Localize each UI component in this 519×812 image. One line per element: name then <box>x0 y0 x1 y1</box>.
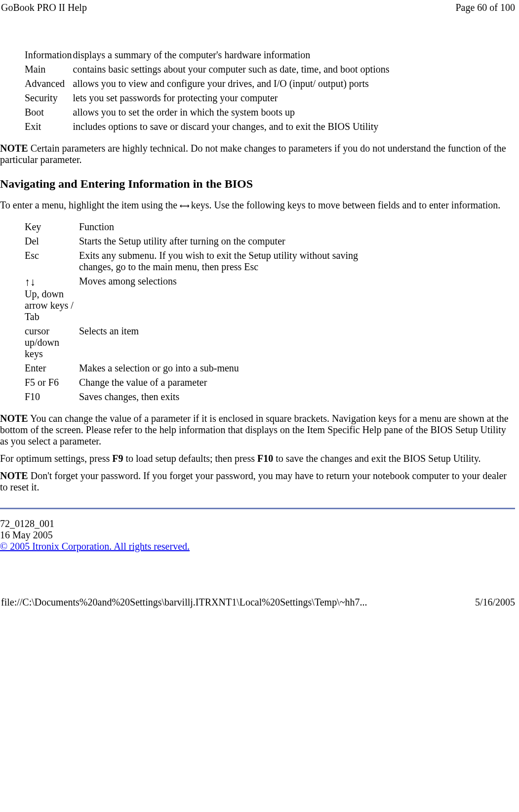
table-row: Information displays a summary of the co… <box>25 48 391 62</box>
table-row: Advanced allows you to view and configur… <box>25 77 391 91</box>
file-path: file://C:\Documents%20and%20Settings\bar… <box>1 597 367 608</box>
note-technical: NOTE Certain parameters are highly techn… <box>0 143 515 165</box>
table-row: Security lets you set passwords for prot… <box>25 91 391 105</box>
table-row: Main contains basic settings about your … <box>25 62 391 77</box>
nav-para-before: To enter a menu, highlight the item usin… <box>0 200 177 210</box>
note-text: Certain parameters are highly technical.… <box>0 143 506 165</box>
f9-key: F9 <box>112 453 123 464</box>
optimum-p2: to load setup defaults; then press <box>123 453 257 464</box>
keys-function-table: Key Function Del Starts the Setup utilit… <box>25 220 380 404</box>
footer-date: 5/16/2005 <box>475 597 515 608</box>
f10-key: F10 <box>257 453 273 464</box>
note-text: Don't forget your password. If you forge… <box>0 470 507 492</box>
content-area: Information displays a summary of the co… <box>0 13 519 552</box>
horizontal-rule <box>0 508 515 509</box>
bios-menu-table: Information displays a summary of the co… <box>25 48 391 134</box>
menu-label: Exit <box>25 120 73 134</box>
menu-label: Information <box>25 48 73 62</box>
doc-date: 16 May 2005 <box>0 529 515 541</box>
func-cell: Selects an item <box>79 324 380 361</box>
optimum-settings-para: For optimum settings, press F9 to load s… <box>0 453 515 464</box>
table-row: Esc Exits any submenu. If you wish to ex… <box>25 248 380 274</box>
menu-label: Security <box>25 91 73 105</box>
nav-paragraph: To enter a menu, highlight the item usin… <box>0 200 515 211</box>
note-password: NOTE Don't forget your password. If you … <box>0 470 515 493</box>
header-title: GoBook PRO II Help <box>1 2 87 13</box>
optimum-p3: to save the changes and exit the BIOS Se… <box>273 453 480 464</box>
note-navigation: NOTE You can change the value of a param… <box>0 413 515 447</box>
menu-desc: displays a summary of the computer's har… <box>73 48 391 62</box>
table-row: Enter Makes a selection or go into a sub… <box>25 361 380 375</box>
table-header-row: Key Function <box>25 220 380 234</box>
key-cell: F10 <box>25 390 79 404</box>
optimum-p1: For optimum settings, press <box>0 453 112 464</box>
page-header: GoBook PRO II Help Page 60 of 100 <box>0 0 519 13</box>
table-row: Del Starts the Setup utility after turni… <box>25 234 380 248</box>
menu-label: Main <box>25 62 73 77</box>
note-label: NOTE <box>0 143 28 154</box>
nav-para-after: keys. Use the following keys to move bet… <box>191 200 501 210</box>
menu-desc: contains basic settings about your compu… <box>73 62 391 77</box>
note-label: NOTE <box>0 413 28 424</box>
document-footer-meta: 72_0128_001 16 May 2005 © 2005 Itronix C… <box>0 518 515 552</box>
key-cell: cursor up/down keys <box>25 324 79 361</box>
func-cell: Moves among selections <box>79 274 380 324</box>
col-header-key: Key <box>25 220 79 234</box>
page-footer: file://C:\Documents%20and%20Settings\bar… <box>0 597 519 611</box>
note-text: You can change the value of a parameter … <box>0 413 509 447</box>
menu-label: Advanced <box>25 77 73 91</box>
menu-desc: lets you set passwords for protecting yo… <box>73 91 391 105</box>
copyright-link[interactable]: © 2005 Itronix Corporation. All rights r… <box>0 541 190 552</box>
doc-number: 72_0128_001 <box>0 518 515 529</box>
func-cell: Makes a selection or go into a sub-menu <box>79 361 380 375</box>
menu-label: Boot <box>25 105 73 120</box>
section-heading-navigating: Navigating and Entering Information in t… <box>0 177 515 191</box>
col-header-function: Function <box>79 220 380 234</box>
key-text: Up, down arrow keys / Tab <box>25 288 74 322</box>
func-cell: Exits any submenu. If you wish to exit t… <box>79 248 380 274</box>
left-right-arrow-icon: ←→ <box>180 200 189 210</box>
table-row: Exit includes options to save or discard… <box>25 120 391 134</box>
header-page: Page 60 of 100 <box>455 2 515 13</box>
key-cell: Enter <box>25 361 79 375</box>
up-down-arrow-icon: ↑↓ <box>25 276 36 288</box>
table-row: Boot allows you to set the order in whic… <box>25 105 391 120</box>
key-cell: ↑↓ Up, down arrow keys / Tab <box>25 274 79 324</box>
key-cell: Del <box>25 234 79 248</box>
table-row: F5 or F6 Change the value of a parameter <box>25 375 380 390</box>
key-cell: Esc <box>25 248 79 274</box>
menu-desc: allows you to set the order in which the… <box>73 105 391 120</box>
func-cell: Starts the Setup utility after turning o… <box>79 234 380 248</box>
func-cell: Saves changes, then exits <box>79 390 380 404</box>
key-cell: F5 or F6 <box>25 375 79 390</box>
note-label: NOTE <box>0 470 28 481</box>
func-cell: Change the value of a parameter <box>79 375 380 390</box>
table-row: F10 Saves changes, then exits <box>25 390 380 404</box>
menu-desc: includes options to save or discard your… <box>73 120 391 134</box>
table-row: ↑↓ Up, down arrow keys / Tab Moves among… <box>25 274 380 324</box>
table-row: cursor up/down keys Selects an item <box>25 324 380 361</box>
menu-desc: allows you to view and configure your dr… <box>73 77 391 91</box>
